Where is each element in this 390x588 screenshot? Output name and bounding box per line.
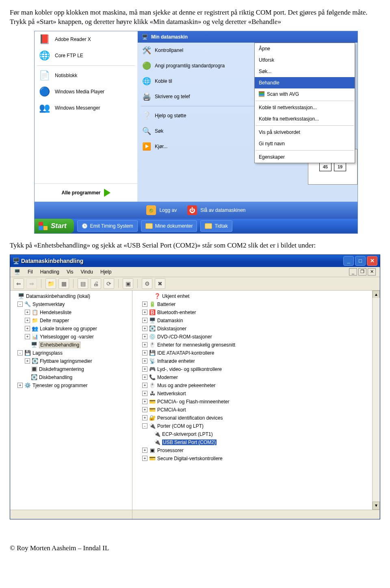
ctx-open[interactable]: Åpne (255, 43, 355, 54)
view-button[interactable]: ▤ (78, 278, 88, 289)
expand-toggle[interactable]: - (17, 302, 23, 307)
tree-node[interactable]: +🔋Batterier (141, 300, 380, 308)
expand-toggle[interactable]: + (142, 310, 147, 315)
tree-node[interactable]: +▣Prosessorer (141, 446, 380, 454)
expand-toggle[interactable]: + (142, 407, 147, 412)
startmenu-left-item[interactable]: 📕 Adobe Reader X (35, 31, 137, 47)
tree-node[interactable]: +📁Delte mapper (10, 317, 132, 325)
refresh-button[interactable]: ⟳ (104, 278, 114, 289)
back-button[interactable]: ⇐ (13, 278, 24, 289)
expand-toggle[interactable]: + (142, 302, 147, 307)
up-button[interactable]: 📁 (46, 278, 56, 289)
tree-node[interactable]: +🎮Lyd-, video- og spillkontrollere (141, 365, 380, 373)
ctx-scan-avg[interactable]: Scan with AVG (255, 88, 355, 100)
startmenu-left-item[interactable]: 🌐 Core FTP LE (35, 47, 137, 64)
expand-toggle[interactable]: + (142, 383, 147, 388)
tree-node[interactable]: +💳Secure Digital-vertskontrollere (141, 454, 380, 463)
ctx-connect-drive[interactable]: Koble til nettverksstasjon... (255, 102, 355, 113)
ctx-disconnect-drive[interactable]: Koble fra nettverksstasjon... (255, 113, 355, 125)
mdi-minimize-button[interactable]: _ (349, 268, 357, 276)
scroll-up-button[interactable]: ▲ (373, 291, 380, 299)
left-tree[interactable]: 🖥️Datamaskinbehandling (lokal)-🔧Systemve… (10, 291, 132, 510)
mdi-restore-button[interactable]: ❐ (358, 268, 366, 276)
expand-toggle[interactable]: + (25, 334, 30, 339)
tree-node[interactable]: +🖱️Enheter for menneskelig grensesnitt (141, 341, 380, 349)
expand-toggle[interactable]: + (25, 326, 30, 331)
maximize-button[interactable]: □ (355, 256, 366, 266)
all-programs-button[interactable]: Alle programmer (35, 183, 137, 202)
tool-button[interactable]: ▣ (123, 278, 133, 289)
scroll-track[interactable] (373, 298, 380, 502)
ctx-show-desktop[interactable]: Vis på skrivebordet (255, 127, 355, 138)
tree-node[interactable]: +💿DVD-/CD-ROM-stasjoner (141, 333, 380, 341)
mdi-close-button[interactable]: ✕ (368, 268, 376, 276)
tree-node[interactable]: 🔌ECP-skriverport (LPT1) (141, 430, 380, 438)
expand-toggle[interactable]: + (142, 415, 147, 420)
tree-node[interactable]: 🖥️Datamaskinbehandling (lokal) (10, 292, 132, 300)
print-button[interactable]: 🖨 (91, 278, 101, 289)
taskbar-item-tidtak[interactable]: Tidtak (200, 220, 232, 232)
tree-node[interactable]: +📞Modemer (141, 373, 380, 381)
tree-node[interactable]: +⚙️Tjenester og programmer (10, 381, 132, 390)
ctx-search[interactable]: Søk... (255, 66, 355, 77)
tree-node[interactable]: 🖥️Enhetsbehandling (10, 341, 132, 349)
tree-node[interactable]: +📋Hendelsesliste (10, 308, 132, 317)
ctx-rename[interactable]: Gi nytt navn (255, 138, 355, 149)
tree-node[interactable]: +💳PCMCIA-kort (141, 406, 380, 414)
expand-toggle[interactable]: + (142, 456, 147, 461)
startmenu-left-item[interactable]: 🔵 Windows Media Player (35, 84, 137, 100)
tree-node[interactable]: +🖧Nettverkskort (141, 390, 380, 398)
expand-toggle[interactable]: - (142, 423, 147, 429)
tree-node[interactable]: 💽Diskbehandling (10, 373, 132, 381)
tree-node[interactable]: +📡Infrarøde enheter (141, 357, 380, 365)
tree-node[interactable]: +🖥️Datamaskin (141, 317, 380, 325)
menu-window[interactable]: Vindu (81, 269, 93, 275)
expand-toggle[interactable]: + (25, 310, 30, 315)
tree-node[interactable]: -💾Lagringsplass (10, 349, 132, 357)
expand-toggle[interactable]: + (142, 334, 147, 339)
minimize-button[interactable]: _ (343, 256, 354, 266)
expand-toggle[interactable]: + (142, 391, 147, 396)
tree-node[interactable]: +👥Lokale brukere og grupper (10, 325, 132, 333)
ctx-properties[interactable]: Egenskaper (255, 151, 355, 163)
scroll-down-button[interactable]: ▼ (373, 502, 380, 510)
expand-toggle[interactable]: + (142, 350, 147, 355)
expand-toggle[interactable]: + (142, 358, 147, 364)
tree-node[interactable]: +💾IDE ATA/ATAPI-kontrollere (141, 349, 380, 357)
logoff-button[interactable]: ⎋ Logg av (146, 205, 177, 215)
tree-node[interactable]: -🔌Porter (COM og LPT) (141, 422, 380, 430)
tree-node[interactable]: -🔧Systemverktøy (10, 300, 132, 308)
startmenu-left-item[interactable]: 📄 Notisblokk (35, 67, 137, 84)
forward-button[interactable]: ⇒ (26, 278, 37, 289)
tree-node[interactable]: +💽Diskstasjoner (141, 325, 380, 333)
expand-toggle[interactable]: + (142, 342, 147, 347)
taskbar-item-emit[interactable]: 🕒 Emit Timing System (77, 220, 138, 232)
tree-node[interactable]: 🔳Diskdefragmentering (10, 365, 132, 373)
my-computer-header[interactable]: 🖥️ Min datamaskin (138, 31, 358, 43)
menu-file[interactable]: Fil (28, 269, 33, 275)
tool-button[interactable]: ⚙ (142, 278, 152, 289)
startmenu-left-item[interactable]: 👥 Windows Messenger (35, 100, 137, 116)
tree-node[interactable]: ❓Ukjent enhet (141, 292, 380, 300)
expand-toggle[interactable]: + (142, 448, 147, 453)
tree-node[interactable]: +🖱️Mus og andre pekeenheter (141, 381, 380, 390)
expand-toggle[interactable]: + (142, 375, 147, 380)
tree-node[interactable]: +🅱️Bluetooth-enheter (141, 308, 380, 317)
menu-action[interactable]: Handling (40, 269, 59, 275)
tree-node[interactable]: +🔐Personal identification devices (141, 414, 380, 422)
right-tree[interactable]: ❓Ukjent enhet+🔋Batterier+🅱️Bluetooth-enh… (132, 292, 380, 463)
vertical-scrollbar[interactable]: ▲ ▼ (372, 291, 380, 510)
tree-node[interactable]: +💳PCMCIA- og Flash-minneenheter (141, 398, 380, 406)
expand-toggle[interactable]: + (142, 366, 147, 372)
expand-toggle[interactable]: + (142, 318, 147, 323)
tree-node[interactable]: 🔌USB Serial Port (COM2) (141, 438, 380, 446)
shutdown-button[interactable]: ⏻ Slå av datamaskinen (187, 205, 245, 215)
expand-toggle[interactable]: + (25, 358, 30, 364)
expand-toggle[interactable]: + (142, 399, 147, 404)
tree-node[interactable]: +💽Flyttbare lagringsmedier (10, 357, 132, 365)
properties-button[interactable]: ▦ (58, 278, 69, 289)
expand-toggle[interactable]: + (25, 318, 30, 323)
menu-view[interactable]: Vis (67, 269, 73, 275)
ctx-explore[interactable]: Utforsk (255, 54, 355, 66)
expand-toggle[interactable]: + (17, 383, 23, 388)
